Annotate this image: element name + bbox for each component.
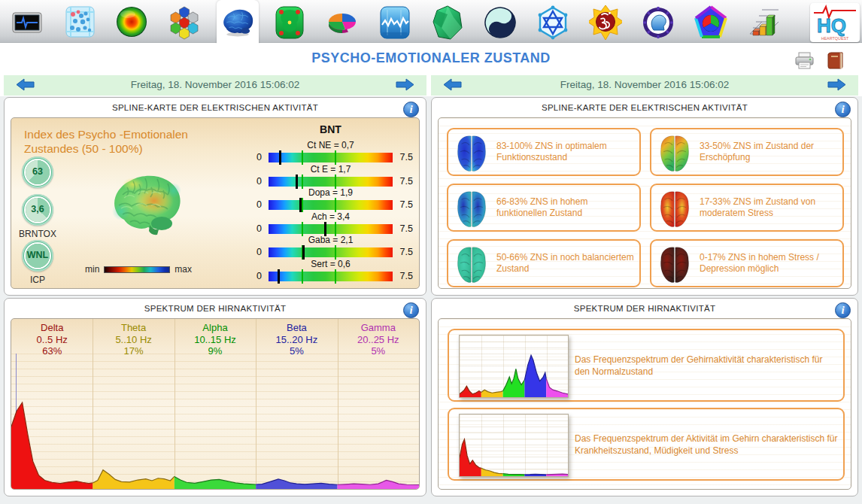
scatter-grid-icon[interactable] <box>63 5 96 40</box>
date-navigation-left: Freitag, 18. November 2016 15:06:02 <box>4 75 426 96</box>
mini-spectrum-stress <box>459 414 569 477</box>
panel-spline-map-left: SPLINE-KARTE DER ELEKTRISCHEN AKTIVITÄT … <box>4 97 426 296</box>
heartquest-logo[interactable]: HQ HEARTQUEST <box>810 3 860 42</box>
brain-top-image <box>657 245 692 284</box>
bnt-bar-ctne: Ct NE = 0,7 0 7.5 <box>269 153 393 162</box>
panel-body: Das Frequenzspektrum der Gehirnaktivität… <box>438 318 851 490</box>
band-name: Alpha <box>175 322 256 334</box>
oscillogram-icon[interactable] <box>378 5 411 40</box>
bnt-bar-cte: Ct E = 1,7 0 7.5 <box>269 177 393 187</box>
print-icon[interactable] <box>794 52 815 70</box>
spectrum-band-header: Beta15..20 Hz5% <box>256 322 337 357</box>
bnt-bar-sert: Sert = 0,6 0 7.5 <box>269 272 393 281</box>
panel-header: SPEKTRUM DER HIRNAKTIVITÄT <box>5 304 426 313</box>
emerald-icon[interactable] <box>431 5 464 40</box>
band-percent: 5% <box>338 345 419 357</box>
mini-spectrum-normal <box>459 335 569 398</box>
bnt-bar-ach: Ach = 3,4 0 7.5 <box>269 224 393 234</box>
band-percent: 9% <box>175 345 256 357</box>
band-percent: 17% <box>93 345 174 357</box>
bnt-title: BNT <box>269 123 393 135</box>
spectrum-reference-card-normal: Das Frequenzspektrum der Gehirnaktivität… <box>448 329 845 402</box>
panel-body: Index des Psycho -Emotionalen Zustandes … <box>11 117 420 289</box>
panel-spline-map-right: SPLINE-KARTE DER ELEKTRISCHEN AKTIVITÄT … <box>431 97 858 296</box>
date-label: Freitag, 18. November 2016 15:06:02 <box>431 79 858 90</box>
panel-header: SPEKTRUM DER HIRNAKTIVITÄT <box>432 304 857 313</box>
band-name: Delta <box>11 322 93 334</box>
spectrum-band-header: Alpha10..15 Hz9% <box>175 322 256 357</box>
svg-text:HQ: HQ <box>817 14 846 37</box>
rgb-pentagon-icon[interactable] <box>694 5 727 40</box>
panel-spectrum-right: SPEKTRUM DER HIRNAKTIVITÄT i Das Frequen… <box>431 298 858 496</box>
band-name: Gamma <box>338 322 419 334</box>
panel-body: Delta0..5 Hz63%Theta5..10 Hz17%Alpha10..… <box>11 318 420 490</box>
head-gear-icon[interactable] <box>642 5 675 40</box>
zns-state-card: 17-33% ZNS im Zustand von moderatem Stre… <box>650 184 844 232</box>
app-window: HQ HEARTQUEST PSYCHO-EMOTIONALER ZUSTAND <box>0 0 862 504</box>
band-range: 0..5 Hz <box>11 334 93 346</box>
brain-side-image <box>108 172 189 236</box>
spectrum-band-header: Gamma20..25 Hz5% <box>338 322 419 357</box>
date-navigation-right: Freitag, 18. November 2016 15:06:02 <box>431 75 858 96</box>
band-name: Beta <box>256 322 337 334</box>
band-name: Theta <box>93 322 174 334</box>
yin-yang-icon[interactable] <box>484 5 517 40</box>
info-icon[interactable]: i <box>835 302 851 318</box>
spectrum-band-header: Delta0..5 Hz63% <box>11 322 93 357</box>
gauge-brntox: 3,6 BRNTOX <box>22 194 53 226</box>
band-range: 20..25 Hz <box>338 334 419 346</box>
bnt-bar-dopa: Dopa = 1,9 0 7.5 <box>269 200 393 210</box>
biofield-pad-icon[interactable] <box>273 5 306 40</box>
zns-state-card: 66-83% ZNS in hohem funktionellen Zustan… <box>447 184 641 232</box>
info-icon[interactable]: i <box>835 102 851 117</box>
zns-state-card: 50-66% ZNS in noch balanciertem Zustand <box>447 239 641 287</box>
brain-top-image <box>454 245 489 284</box>
hexagram-icon[interactable] <box>536 5 569 40</box>
brain-icon[interactable] <box>220 5 253 40</box>
next-date-button[interactable] <box>827 78 846 92</box>
handbook-icon[interactable] <box>825 52 845 70</box>
band-range: 5..10 Hz <box>93 334 174 346</box>
index-label: Index des Psycho -Emotionalen Zustandes … <box>24 127 227 156</box>
panel-body: 83-100% ZNS in optimalem Funktionszustan… <box>438 117 851 289</box>
toolbar: HQ HEARTQUEST <box>0 0 862 43</box>
hexagon-cluster-icon[interactable] <box>168 5 201 40</box>
om-icon[interactable] <box>589 5 622 40</box>
spectrum-band-header: Theta5..10 Hz17% <box>93 322 174 357</box>
brain-top-image <box>454 134 489 173</box>
brain-top-image <box>657 134 692 173</box>
band-range: 10..15 Hz <box>175 334 256 346</box>
next-date-button[interactable] <box>395 78 414 92</box>
band-percent: 5% <box>256 345 337 357</box>
scale-gradient <box>104 266 170 273</box>
band-percent: 63% <box>11 345 93 357</box>
ecg-monitor-icon[interactable] <box>11 5 44 40</box>
zns-state-card: 0-17% ZNS in hohem Stress / Depression m… <box>650 239 844 287</box>
panel-spectrum-left: SPEKTRUM DER HIRNAKTIVITÄT i Delta0..5 H… <box>4 298 426 496</box>
brain-top-image <box>454 190 489 229</box>
panel-header: SPLINE-KARTE DER ELEKTRISCHEN AKTIVITÄT <box>432 103 857 112</box>
zns-state-card: 83-100% ZNS in optimalem Funktionszustan… <box>447 128 641 176</box>
band-range: 15..20 Hz <box>256 334 337 346</box>
info-icon[interactable]: i <box>403 302 419 318</box>
bnt-bar-gaba: Gaba = 2,1 0 7.5 <box>269 247 393 257</box>
info-icon[interactable]: i <box>403 102 419 117</box>
pie-chart-3d-icon[interactable] <box>326 5 359 40</box>
svg-text:HEARTQUEST: HEARTQUEST <box>821 36 849 41</box>
gauge-icp: WNL ICP <box>22 240 53 272</box>
panel-header: SPLINE-KARTE DER ELEKTRISCHEN AKTIVITÄT <box>5 103 426 112</box>
bar-chart-3d-icon[interactable] <box>747 5 780 40</box>
color-scale: minmax <box>85 264 192 275</box>
zns-state-card: 33-50% ZNS im Zustand der Erschöpfung <box>650 128 844 176</box>
date-label: Freitag, 18. November 2016 15:06:02 <box>4 79 426 90</box>
spectrum-reference-card-stress: Das Frequenzspektrum der Aktivität im Ge… <box>448 408 845 481</box>
page-title: PSYCHO-EMOTIONALER ZUSTAND <box>0 50 862 66</box>
brain-top-image <box>657 190 692 229</box>
title-bar: PSYCHO-EMOTIONALER ZUSTAND <box>0 44 862 74</box>
thermal-sphere-icon[interactable] <box>115 5 148 40</box>
gauge-psycho-index: 63 <box>22 156 53 188</box>
